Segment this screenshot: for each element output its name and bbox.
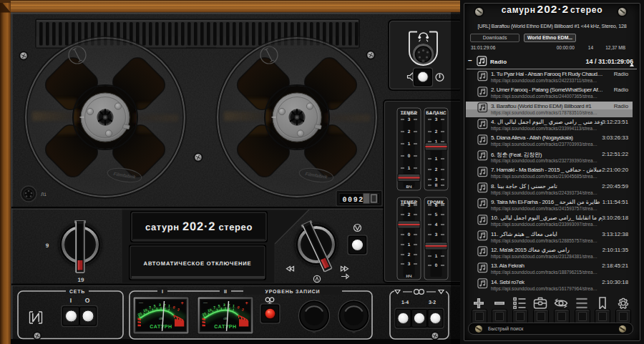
svg-text:Л1: Л1 bbox=[41, 192, 47, 197]
svg-text:АВТОМАТИЧЕСКОЕ ОТКЛЮЧЕНИЕ: АВТОМАТИЧЕСКОЕ ОТКЛЮЧЕНИЕ bbox=[144, 260, 252, 267]
svg-text:1: 1 bbox=[408, 242, 411, 247]
svg-text:2: 2 bbox=[408, 252, 411, 257]
svg-text:II: II bbox=[224, 290, 227, 295]
svg-text:НЧ: НЧ bbox=[406, 275, 412, 279]
svg-text:+: + bbox=[180, 301, 183, 306]
svg-text:1: 1 bbox=[435, 157, 438, 162]
svg-text:II: II bbox=[435, 183, 438, 188]
svg-text:3: 3 bbox=[159, 303, 161, 308]
svg-text:1: 1 bbox=[435, 254, 438, 259]
svg-text:0: 0 bbox=[408, 232, 411, 237]
svg-text:O: O bbox=[85, 297, 90, 304]
svg-text:2: 2 bbox=[435, 129, 438, 134]
svg-text:САТУРН: САТУРН bbox=[150, 325, 172, 330]
svg-text:—: — bbox=[139, 301, 143, 305]
svg-text:1-4: 1-4 bbox=[401, 300, 409, 305]
svg-text:2: 2 bbox=[408, 212, 411, 217]
svg-text:—: — bbox=[203, 301, 208, 305]
svg-text:УРОВЕНЬ ЗАПИСИ: УРОВЕНЬ ЗАПИСИ bbox=[265, 290, 321, 295]
svg-text:сатурн 202·2 стерео: сатурн 202·2 стерео bbox=[145, 220, 253, 233]
svg-text:I: I bbox=[162, 290, 163, 295]
svg-text:0: 0 bbox=[435, 263, 438, 268]
svg-text:САТУРН: САТУРН bbox=[214, 325, 237, 330]
svg-text:0: 0 bbox=[408, 154, 411, 159]
svg-text:3: 3 bbox=[408, 117, 411, 122]
svg-text:I: I bbox=[70, 297, 72, 304]
svg-text:+: + bbox=[245, 301, 248, 306]
svg-text:0092: 0092 bbox=[343, 197, 364, 205]
svg-text:19: 19 bbox=[78, 277, 84, 283]
svg-text:3-2: 3-2 bbox=[429, 300, 436, 305]
svg-text:1: 1 bbox=[408, 142, 411, 147]
svg-text:3: 3 bbox=[223, 303, 225, 308]
svg-text:3: 3 bbox=[408, 203, 411, 208]
svg-text:1: 1 bbox=[408, 166, 411, 171]
svg-text:3: 3 bbox=[408, 262, 411, 267]
svg-text:СЕТЬ: СЕТЬ bbox=[69, 290, 85, 295]
svg-text:5: 5 bbox=[435, 212, 438, 217]
svg-text:9: 9 bbox=[46, 242, 49, 249]
svg-text:+: + bbox=[408, 112, 411, 117]
svg-text:ВЧ: ВЧ bbox=[406, 185, 412, 190]
svg-text:3: 3 bbox=[435, 117, 438, 122]
svg-text:3: 3 bbox=[435, 232, 438, 237]
svg-text:2: 2 bbox=[408, 129, 411, 134]
svg-text:3: 3 bbox=[435, 177, 438, 182]
svg-text:–: – bbox=[435, 112, 438, 117]
svg-text:2: 2 bbox=[435, 167, 438, 172]
svg-text:6: 6 bbox=[435, 203, 438, 208]
svg-text:4: 4 bbox=[435, 222, 438, 227]
